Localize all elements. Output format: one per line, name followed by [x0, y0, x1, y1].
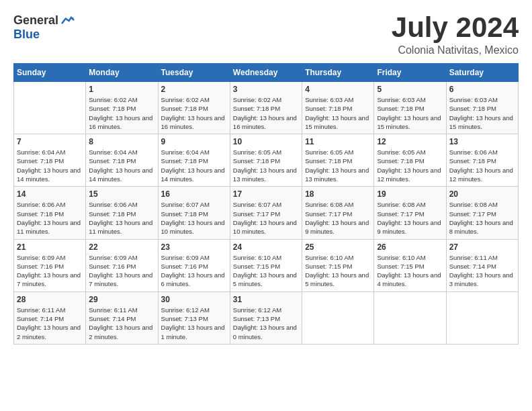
calendar-cell: 3Sunrise: 6:02 AMSunset: 7:18 PMDaylight… — [230, 82, 302, 134]
day-info: Sunrise: 6:08 AMSunset: 7:17 PMDaylight:… — [449, 200, 515, 236]
calendar-cell: 22Sunrise: 6:09 AMSunset: 7:16 PMDayligh… — [86, 239, 158, 291]
day-info: Sunrise: 6:02 AMSunset: 7:18 PMDaylight:… — [161, 95, 227, 131]
title-block: July 2024 Colonia Nativitas, Mexico — [392, 13, 519, 56]
day-info: Sunrise: 6:04 AMSunset: 7:18 PMDaylight:… — [89, 148, 154, 183]
calendar-cell: 29Sunrise: 6:11 AMSunset: 7:14 PMDayligh… — [86, 291, 158, 344]
calendar-cell: 21Sunrise: 6:09 AMSunset: 7:16 PMDayligh… — [14, 239, 86, 291]
calendar-cell: 6Sunrise: 6:03 AMSunset: 7:18 PMDaylight… — [446, 82, 518, 134]
calendar-cell: 10Sunrise: 6:05 AMSunset: 7:18 PMDayligh… — [230, 134, 302, 187]
day-info: Sunrise: 6:03 AMSunset: 7:18 PMDaylight:… — [305, 95, 371, 131]
calendar-week-5: 28Sunrise: 6:11 AMSunset: 7:14 PMDayligh… — [14, 291, 519, 344]
page-header: General Blue July 2024 Colonia Nativitas… — [13, 13, 519, 56]
calendar-cell: 20Sunrise: 6:08 AMSunset: 7:17 PMDayligh… — [446, 187, 518, 239]
day-number: 7 — [17, 137, 83, 146]
day-info: Sunrise: 6:11 AMSunset: 7:14 PMDaylight:… — [449, 253, 515, 289]
header-wednesday: Wednesday — [230, 64, 302, 82]
calendar-week-1: 1Sunrise: 6:02 AMSunset: 7:18 PMDaylight… — [14, 82, 519, 134]
calendar-week-2: 7Sunrise: 6:04 AMSunset: 7:18 PMDaylight… — [14, 134, 519, 187]
day-number: 20 — [449, 189, 515, 199]
calendar-cell — [14, 82, 86, 134]
calendar-cell: 1Sunrise: 6:02 AMSunset: 7:18 PMDaylight… — [86, 82, 158, 134]
header-saturday: Saturday — [446, 64, 518, 82]
day-number: 6 — [449, 85, 515, 94]
header-sunday: Sunday — [14, 64, 86, 82]
day-number: 24 — [233, 242, 299, 252]
day-number: 28 — [17, 295, 83, 304]
day-number: 2 — [161, 85, 227, 94]
logo-icon — [61, 14, 75, 28]
day-info: Sunrise: 6:10 AMSunset: 7:15 PMDaylight:… — [377, 253, 443, 289]
day-info: Sunrise: 6:08 AMSunset: 7:17 PMDaylight:… — [305, 200, 371, 236]
day-info: Sunrise: 6:07 AMSunset: 7:18 PMDaylight:… — [161, 200, 227, 236]
day-number: 29 — [89, 295, 154, 304]
header-monday: Monday — [86, 64, 158, 82]
day-info: Sunrise: 6:08 AMSunset: 7:17 PMDaylight:… — [377, 200, 443, 236]
day-info: Sunrise: 6:03 AMSunset: 7:18 PMDaylight:… — [449, 95, 515, 131]
header-friday: Friday — [374, 64, 446, 82]
day-number: 16 — [161, 189, 227, 199]
calendar-cell: 7Sunrise: 6:04 AMSunset: 7:18 PMDaylight… — [14, 134, 86, 187]
day-info: Sunrise: 6:12 AMSunset: 7:13 PMDaylight:… — [233, 306, 299, 341]
day-number: 19 — [377, 189, 443, 199]
logo: General Blue — [13, 13, 75, 42]
day-info: Sunrise: 6:04 AMSunset: 7:18 PMDaylight:… — [17, 148, 83, 183]
day-info: Sunrise: 6:11 AMSunset: 7:14 PMDaylight:… — [17, 306, 83, 341]
calendar-cell: 2Sunrise: 6:02 AMSunset: 7:18 PMDaylight… — [158, 82, 230, 134]
day-info: Sunrise: 6:02 AMSunset: 7:18 PMDaylight:… — [233, 95, 299, 131]
day-info: Sunrise: 6:05 AMSunset: 7:18 PMDaylight:… — [233, 148, 299, 183]
calendar-header-row: SundayMondayTuesdayWednesdayThursdayFrid… — [14, 64, 519, 82]
day-number: 14 — [17, 189, 83, 199]
calendar-cell: 18Sunrise: 6:08 AMSunset: 7:17 PMDayligh… — [302, 187, 374, 239]
day-info: Sunrise: 6:03 AMSunset: 7:18 PMDaylight:… — [377, 95, 443, 131]
day-number: 25 — [305, 242, 371, 252]
calendar-cell: 17Sunrise: 6:07 AMSunset: 7:17 PMDayligh… — [230, 187, 302, 239]
day-info: Sunrise: 6:04 AMSunset: 7:18 PMDaylight:… — [161, 148, 227, 183]
day-info: Sunrise: 6:06 AMSunset: 7:18 PMDaylight:… — [17, 200, 83, 236]
day-info: Sunrise: 6:05 AMSunset: 7:18 PMDaylight:… — [377, 148, 443, 183]
day-number: 11 — [305, 137, 371, 146]
header-thursday: Thursday — [302, 64, 374, 82]
day-number: 30 — [161, 295, 227, 304]
calendar-cell: 26Sunrise: 6:10 AMSunset: 7:15 PMDayligh… — [374, 239, 446, 291]
day-number: 8 — [89, 137, 154, 146]
day-info: Sunrise: 6:06 AMSunset: 7:18 PMDaylight:… — [89, 200, 154, 236]
day-info: Sunrise: 6:06 AMSunset: 7:18 PMDaylight:… — [449, 148, 515, 183]
calendar-table: SundayMondayTuesdayWednesdayThursdayFrid… — [13, 63, 519, 345]
calendar-cell: 5Sunrise: 6:03 AMSunset: 7:18 PMDaylight… — [374, 82, 446, 134]
header-tuesday: Tuesday — [158, 64, 230, 82]
day-number: 10 — [233, 137, 299, 146]
month-title: July 2024 — [392, 13, 519, 42]
calendar-cell: 24Sunrise: 6:10 AMSunset: 7:15 PMDayligh… — [230, 239, 302, 291]
day-info: Sunrise: 6:11 AMSunset: 7:14 PMDaylight:… — [89, 306, 154, 341]
calendar-cell: 9Sunrise: 6:04 AMSunset: 7:18 PMDaylight… — [158, 134, 230, 187]
calendar-week-3: 14Sunrise: 6:06 AMSunset: 7:18 PMDayligh… — [14, 187, 519, 239]
calendar-week-4: 21Sunrise: 6:09 AMSunset: 7:16 PMDayligh… — [14, 239, 519, 291]
day-number: 3 — [233, 85, 299, 94]
day-info: Sunrise: 6:05 AMSunset: 7:18 PMDaylight:… — [305, 148, 371, 183]
calendar-cell: 11Sunrise: 6:05 AMSunset: 7:18 PMDayligh… — [302, 134, 374, 187]
day-info: Sunrise: 6:10 AMSunset: 7:15 PMDaylight:… — [233, 253, 299, 289]
day-number: 5 — [377, 85, 443, 94]
day-info: Sunrise: 6:09 AMSunset: 7:16 PMDaylight:… — [161, 253, 227, 289]
day-number: 9 — [161, 137, 227, 146]
logo-general: General — [13, 13, 58, 28]
day-number: 26 — [377, 242, 443, 252]
day-info: Sunrise: 6:10 AMSunset: 7:15 PMDaylight:… — [305, 253, 371, 289]
calendar-cell: 27Sunrise: 6:11 AMSunset: 7:14 PMDayligh… — [446, 239, 518, 291]
day-number: 21 — [17, 242, 83, 252]
day-number: 31 — [233, 295, 299, 304]
calendar-cell — [446, 291, 518, 344]
day-number: 12 — [377, 137, 443, 146]
calendar-cell: 13Sunrise: 6:06 AMSunset: 7:18 PMDayligh… — [446, 134, 518, 187]
day-info: Sunrise: 6:12 AMSunset: 7:13 PMDaylight:… — [161, 306, 227, 341]
calendar-cell — [302, 291, 374, 344]
calendar-cell: 23Sunrise: 6:09 AMSunset: 7:16 PMDayligh… — [158, 239, 230, 291]
calendar-cell: 4Sunrise: 6:03 AMSunset: 7:18 PMDaylight… — [302, 82, 374, 134]
logo-blue: Blue — [13, 28, 40, 42]
day-info: Sunrise: 6:02 AMSunset: 7:18 PMDaylight:… — [89, 95, 154, 131]
calendar-cell — [374, 291, 446, 344]
day-number: 27 — [449, 242, 515, 252]
calendar-cell: 16Sunrise: 6:07 AMSunset: 7:18 PMDayligh… — [158, 187, 230, 239]
day-number: 1 — [89, 85, 154, 94]
day-info: Sunrise: 6:09 AMSunset: 7:16 PMDaylight:… — [17, 253, 83, 289]
